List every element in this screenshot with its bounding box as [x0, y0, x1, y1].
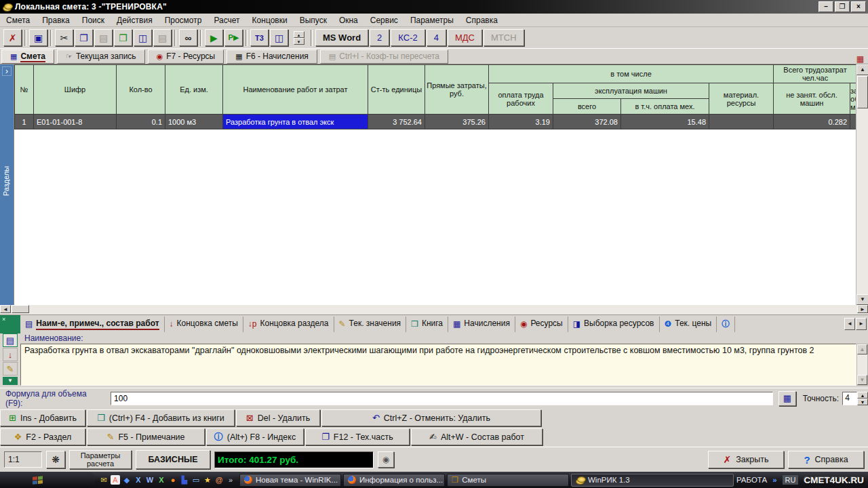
precision-value[interactable]: 4	[842, 392, 857, 405]
ctrl-z-undo-button[interactable]: ↶ Ctrl+Z - Отменить: Удалить	[321, 409, 541, 426]
f12-tech-part-button[interactable]: ❐ F12 - Тех.часть	[305, 428, 410, 445]
precision-down-icon[interactable]: ▼	[857, 399, 868, 405]
table-t3-icon[interactable]: Т3	[250, 29, 269, 46]
menu-okna[interactable]: Окна	[333, 14, 364, 26]
ins-add-button[interactable]: ⊞ Ins - Добавить	[0, 409, 85, 426]
calculator-icon[interactable]: ▦	[778, 391, 796, 406]
scale-field[interactable]: 1:1	[4, 451, 42, 468]
word-icon[interactable]: W	[145, 475, 155, 485]
name-arrow-down-icon[interactable]: ↓	[3, 348, 18, 361]
excel-icon[interactable]: X	[157, 475, 166, 485]
cell-unit[interactable]: 1000 м3	[165, 115, 223, 129]
close-estimate-button[interactable]: ✗ Закрыть	[708, 451, 784, 468]
menu-servis[interactable]: Сервис	[364, 14, 404, 26]
tab-estimate-ending[interactable]: ↓ Концовка сметы	[165, 317, 243, 332]
binoculars-find-icon[interactable]: ∞	[179, 29, 197, 46]
tabs-scroll-left-icon[interactable]: ◄	[844, 318, 855, 330]
copy-icon[interactable]: ❐	[75, 29, 93, 46]
tab-resources[interactable]: ◉ Ресурсы	[515, 317, 568, 332]
cell-machines-total[interactable]: 372.08	[553, 115, 621, 129]
delete-icon[interactable]: ✗	[3, 29, 22, 46]
ks2-button[interactable]: КС-2	[391, 29, 425, 46]
task-user-info[interactable]: Информация о польз...	[343, 474, 445, 487]
precision-up-icon[interactable]: ▲	[857, 392, 868, 399]
dark-app-icon[interactable]: ▙	[180, 475, 189, 485]
run-icon[interactable]: ▶	[205, 29, 223, 46]
tab-f6-accruals[interactable]: ▦ F6 - Начисления	[226, 49, 317, 64]
paste-find-icon[interactable]: ◫	[134, 29, 152, 46]
f4-add-from-book-button[interactable]: ❒ (Ctrl+) F4 - Добавить из книги	[87, 409, 235, 426]
sections-sidebar[interactable]: › Разделы	[0, 64, 14, 305]
menu-spravka[interactable]: Справка	[460, 14, 504, 26]
task-smety[interactable]: ❒ Сметы	[447, 474, 569, 487]
detail-close-button[interactable]: ×	[0, 315, 20, 333]
display-icon[interactable]: ▭	[191, 475, 201, 485]
run-p-icon[interactable]: P▶	[224, 29, 243, 46]
precision-stepper[interactable]: ▲ ▼	[857, 392, 868, 405]
scroll-left-icon[interactable]: ◄	[0, 305, 11, 313]
f2-section-button[interactable]: ❖ F2 - Раздел	[0, 428, 85, 445]
tab-accruals[interactable]: ▦ Начисления	[448, 317, 515, 332]
scroll-up-icon[interactable]: ▲	[856, 64, 868, 75]
menu-prosmotr[interactable]: Просмотр	[159, 14, 208, 26]
tab-recalc-coefficients[interactable]: ▤ Ctrl+I - Коэф-ты пересчета	[320, 49, 448, 64]
x-app-icon[interactable]: X	[134, 475, 143, 485]
restore-button[interactable]: ❐	[835, 1, 850, 12]
menu-koncovki[interactable]: Концовки	[246, 14, 294, 26]
gear-icon[interactable]: ❋	[46, 451, 65, 468]
save-icon[interactable]: ▣	[29, 29, 47, 46]
menu-smeta[interactable]: Смета	[0, 14, 36, 26]
scroll-down-icon[interactable]: ▼	[856, 294, 868, 305]
help-button[interactable]: ? Справка	[788, 451, 864, 468]
tab-current-record[interactable]: ☞ Текущая запись	[57, 49, 145, 64]
mail-icon[interactable]: ✉	[99, 475, 108, 485]
horizontal-scrollbar[interactable]: ◄ ►	[0, 305, 868, 314]
menu-deystviya[interactable]: Действия	[111, 14, 159, 26]
language-indicator[interactable]: RU	[783, 475, 799, 485]
tab-smeta[interactable]: ▦ Смета	[1, 49, 54, 64]
star-icon[interactable]: ★	[203, 475, 212, 485]
formula-input[interactable]	[111, 392, 773, 405]
tab-current-prices[interactable]: ❹ Тек. цены	[660, 317, 717, 332]
name-scroll-down-icon[interactable]: ▼	[857, 375, 867, 385]
del-delete-button[interactable]: ⊠ Del - Удалить	[236, 409, 320, 426]
cell-labor-pay[interactable]: 3.19	[489, 115, 553, 129]
cell-qty[interactable]: 0.1	[117, 115, 165, 129]
name-scrollbar[interactable]: ▲ ▼	[856, 344, 868, 386]
menu-raschet[interactable]: Расчет	[208, 14, 245, 26]
paste-special-icon[interactable]: ▤	[153, 29, 172, 46]
vertical-scroll-thumb[interactable]	[857, 76, 868, 108]
calc-parameters-button[interactable]: Параметры расчета	[69, 450, 132, 469]
cell-not-serving[interactable]: 0.282	[774, 115, 850, 129]
letter-a-icon[interactable]: A	[111, 475, 120, 485]
tab-resource-selection[interactable]: ◨ Выборка ресурсов	[568, 317, 660, 332]
alt-w-work-composition-button[interactable]: ✍ Alt+W - Состав работ	[411, 428, 542, 445]
minimize-button[interactable]: –	[818, 1, 833, 12]
tab-section-ending[interactable]: ↓р Концовка раздела	[243, 317, 334, 332]
horizontal-scroll-thumb[interactable]	[12, 305, 29, 313]
task-new-theme-winrik[interactable]: Новая тема - WinRIK...	[239, 474, 341, 487]
columns-icon[interactable]: ◫	[270, 29, 288, 46]
cell-machines-mech[interactable]: 15.48	[621, 115, 709, 129]
menu-parametry[interactable]: Параметры	[404, 14, 460, 26]
cell-direct-costs[interactable]: 375.26	[425, 115, 489, 129]
vertical-scrollbar[interactable]: ▲ ▼	[856, 64, 868, 305]
tab-book[interactable]: ❒ Книга	[406, 317, 448, 332]
tab-current-values[interactable]: ✎ Тек. значения	[334, 317, 407, 332]
form-2-button[interactable]: 2	[370, 29, 389, 46]
row-height-spinner[interactable]: ▴▾	[290, 29, 308, 46]
task-winrik[interactable]: WinРИК 1.3	[571, 474, 734, 487]
tabs-scroll-right-icon[interactable]: ►	[856, 318, 867, 330]
blue-app-icon[interactable]: ◆	[122, 475, 132, 485]
menu-poisk[interactable]: Поиск	[76, 14, 111, 26]
cell-serving[interactable]	[850, 115, 856, 129]
cut-icon[interactable]: ✂	[55, 29, 73, 46]
mtsn-button[interactable]: МТСН	[484, 29, 524, 46]
form-4-button[interactable]: 4	[427, 29, 446, 46]
paste-icon[interactable]: ▤	[94, 29, 113, 46]
cell-code[interactable]: Е01-01-001-8	[34, 115, 117, 129]
firefox-icon[interactable]: ●	[168, 475, 178, 485]
more-chevron-icon[interactable]: »	[226, 475, 235, 485]
cell-materials[interactable]	[709, 115, 774, 129]
name-scroll-up-icon[interactable]: ▲	[857, 344, 867, 354]
